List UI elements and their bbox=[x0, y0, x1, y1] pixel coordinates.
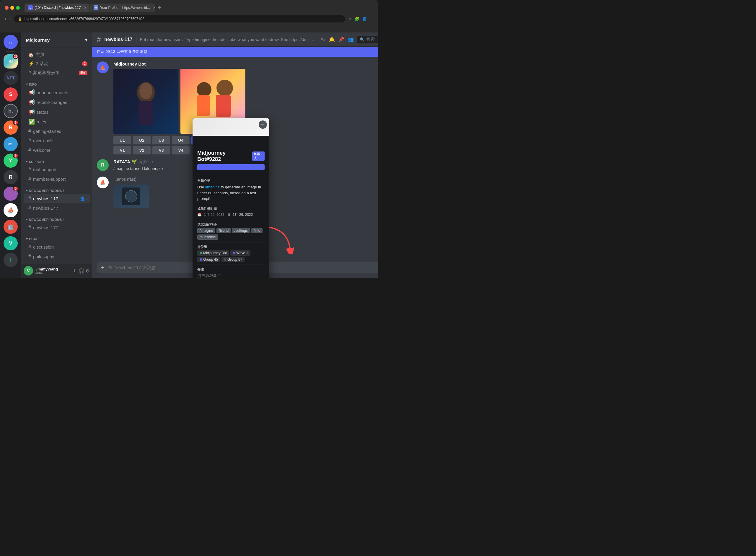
search-icon: 🔍 bbox=[360, 37, 365, 42]
members-icon[interactable]: 👥 bbox=[348, 37, 354, 42]
purple-server-icon[interactable]: 7 bbox=[4, 186, 18, 201]
tab-close-profile[interactable]: ✕ bbox=[153, 6, 155, 10]
category-newcomer3[interactable]: ▾ NEWCOMER ROOMS 3 bbox=[21, 184, 92, 194]
channel-newbies-147[interactable]: # newbies-147 bbox=[24, 203, 90, 213]
channel-member-support[interactable]: # member-support bbox=[24, 174, 90, 184]
profile-icon[interactable]: 👤 bbox=[362, 16, 367, 21]
v3-button[interactable]: V3 bbox=[152, 146, 170, 154]
nft-server-icon[interactable]: NFT bbox=[4, 71, 18, 85]
settings-button[interactable]: ⚙ bbox=[85, 268, 90, 274]
bot-message-header: Midjourney Bot bbox=[113, 61, 378, 66]
v2-button[interactable]: V2 bbox=[133, 146, 150, 154]
philosophy-label: philosophy bbox=[33, 254, 88, 259]
boat-server-icon[interactable]: ⛵ bbox=[4, 203, 18, 217]
v1-button[interactable]: V1 bbox=[113, 146, 131, 154]
rules-label: rules bbox=[37, 119, 88, 124]
back-button[interactable]: ‹ bbox=[5, 16, 6, 22]
channel-newbies-177[interactable]: # newbies-177 bbox=[24, 223, 90, 232]
trial-support-label: trial-support bbox=[33, 167, 88, 172]
username: JimmyWang bbox=[35, 267, 70, 271]
commands-section-title: 试试我的指令 bbox=[197, 222, 265, 227]
home-server-icon[interactable]: ⌂ bbox=[4, 35, 18, 49]
profile-edit-button[interactable]: ✏ bbox=[259, 120, 267, 129]
u2-button[interactable]: U2 bbox=[133, 136, 150, 144]
channel-announcements[interactable]: 📢 announcements bbox=[24, 88, 90, 97]
orange-server-icon[interactable]: 🤖 bbox=[4, 220, 18, 234]
maximize-button[interactable] bbox=[16, 6, 20, 10]
bookmark-icon[interactable]: ☆ bbox=[348, 16, 352, 21]
browser-tab-profile[interactable]: M Your Profile – https://www.mid... ✕ bbox=[90, 4, 155, 12]
category-newcomer4-label: NEWCOMER ROOMS 4 bbox=[29, 218, 64, 221]
u4-button[interactable]: U4 bbox=[172, 136, 190, 144]
tab-close-discord[interactable]: ✕ bbox=[84, 6, 87, 10]
midjourney-server-icon[interactable]: MJ 21 bbox=[4, 54, 18, 69]
green-server-icon[interactable]: 6 Y bbox=[4, 153, 18, 168]
home-channel-item[interactable]: 🏠 主页 bbox=[24, 50, 90, 59]
extensions-icon[interactable]: 🧩 bbox=[354, 16, 359, 21]
channel-recent-changes[interactable]: 📢 recent-changes bbox=[24, 98, 90, 107]
address-bar[interactable]: 🔒 https://discord.com/channels/662267976… bbox=[14, 15, 345, 23]
cmd-subscribe[interactable]: /subscribe bbox=[197, 235, 218, 240]
channel-discussion[interactable]: # discussion bbox=[24, 242, 90, 251]
deafen-button[interactable]: 🎧 bbox=[78, 268, 84, 274]
cmd-blend[interactable]: /blend bbox=[216, 228, 231, 233]
red2-server-icon[interactable]: 5 R bbox=[4, 120, 18, 135]
role-name-4: Group 57 bbox=[228, 257, 242, 262]
channel-trial-support[interactable]: # trial-support bbox=[24, 165, 90, 174]
ios-server-icon[interactable]: iOS bbox=[4, 137, 18, 151]
forward-button[interactable]: › bbox=[9, 16, 11, 22]
teal-server-icon[interactable]: V bbox=[4, 236, 18, 250]
minimize-button[interactable] bbox=[10, 6, 14, 10]
h-server-icon[interactable]: h. bbox=[4, 104, 18, 118]
channel-getting-started[interactable]: # getting-started bbox=[24, 127, 90, 136]
more-options-icon[interactable]: ⋯ bbox=[369, 16, 373, 21]
welcome-icon: # bbox=[28, 147, 31, 153]
user-actions: 🎙 🎧 ⚙ bbox=[73, 268, 90, 274]
activities-item[interactable]: ⚡ 2 活动 2 bbox=[24, 59, 90, 68]
imagine-link[interactable]: /imagine bbox=[205, 185, 220, 189]
category-chat[interactable]: ▾ CHAT bbox=[21, 232, 92, 242]
browser-tab-discord[interactable]: D (104) Discord | #newbies-117 ✕ bbox=[25, 4, 90, 12]
cmd-imagine[interactable]: /imagine bbox=[197, 228, 215, 233]
role-group57: Group 57 bbox=[221, 257, 244, 262]
channel-newbies-117[interactable]: # newbies-117 👤+ bbox=[24, 194, 90, 203]
bio-section-title: 自我介绍 bbox=[197, 179, 265, 183]
pin-icon[interactable]: 📌 bbox=[338, 37, 344, 42]
channel-philosophy[interactable]: # philosophy bbox=[24, 252, 90, 261]
add-to-server-button[interactable] bbox=[197, 164, 265, 170]
add-server-button[interactable]: + bbox=[4, 253, 18, 267]
close-button[interactable] bbox=[5, 6, 8, 10]
channel-prompt-chat[interactable]: # prompt-chat bbox=[24, 261, 90, 264]
home-channel-label: 主页 bbox=[36, 52, 88, 58]
u3-button[interactable]: U3 bbox=[152, 136, 170, 144]
server-header[interactable]: Midjourney ▾ bbox=[21, 33, 92, 48]
channel-micro-polls[interactable]: # micro-polls bbox=[24, 136, 90, 145]
mute-button[interactable]: 🎙 bbox=[73, 268, 77, 274]
main-content: # newbies-117 Bot room for new users. Ty… bbox=[92, 33, 378, 278]
v4-button[interactable]: V4 bbox=[172, 146, 190, 154]
profile-bot-name: Midjourney Bot#9282 bbox=[197, 150, 250, 163]
add-attachment-button[interactable]: + bbox=[100, 264, 104, 271]
category-newcomer4[interactable]: ▾ NEWCOMER ROOMS 4 bbox=[21, 213, 92, 223]
notification-icon[interactable]: 🔔 bbox=[329, 37, 335, 42]
red-server-icon[interactable]: S bbox=[4, 88, 18, 102]
category-support[interactable]: ▾ SUPPORT bbox=[21, 155, 92, 165]
thread-icon[interactable]: #≡ bbox=[321, 37, 325, 42]
channel-rules[interactable]: ✅ rules bbox=[24, 117, 90, 126]
header-search[interactable]: 🔍 搜索 bbox=[357, 36, 378, 43]
channel-welcome[interactable]: # welcome bbox=[24, 146, 90, 155]
cmd-settings[interactable]: /settings bbox=[232, 228, 250, 233]
green-label: Y bbox=[9, 158, 12, 164]
new-tab-button[interactable]: + bbox=[156, 5, 164, 11]
new-badge: 新的 bbox=[79, 71, 88, 75]
category-support-label: SUPPORT bbox=[29, 160, 44, 164]
u1-button[interactable]: U1 bbox=[113, 136, 131, 144]
category-info[interactable]: ▾ INFO bbox=[21, 78, 92, 88]
join-date-2: 1月 29, 2022 bbox=[233, 212, 253, 217]
channel-status[interactable]: 📢 status bbox=[24, 107, 90, 117]
channels-roles-item[interactable]: # 频道和身份组 新的 bbox=[24, 68, 90, 77]
channel-header-name: newbies-117 bbox=[104, 37, 132, 42]
r-server-icon[interactable]: R bbox=[4, 170, 18, 184]
cmd-info[interactable]: /info bbox=[251, 228, 263, 233]
lock-icon: 🔒 bbox=[18, 17, 22, 21]
